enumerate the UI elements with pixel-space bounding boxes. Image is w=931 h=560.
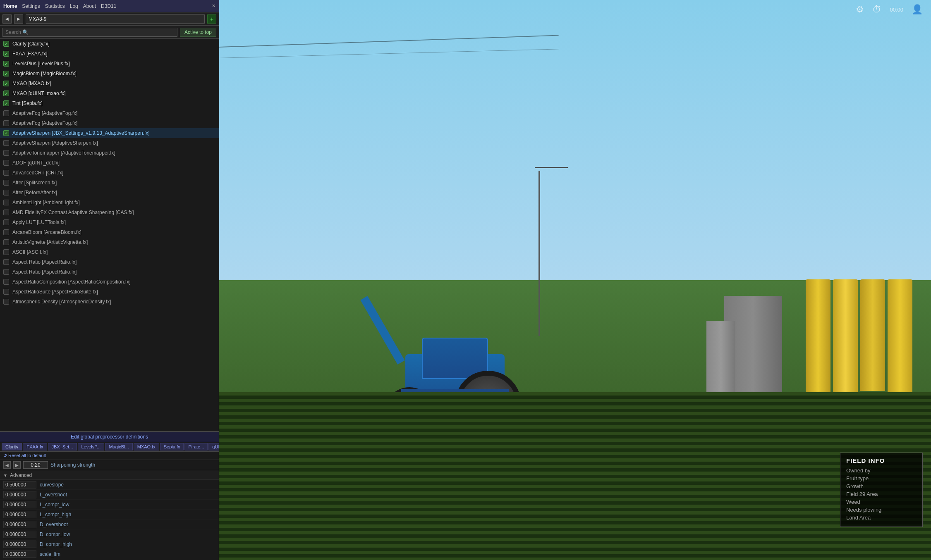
effect-checkbox-6[interactable]: ✓ (3, 100, 9, 106)
close-button[interactable]: ✕ (212, 3, 215, 9)
effect-checkbox-7[interactable] (3, 110, 9, 116)
tab-pirate---[interactable]: Pirate... (184, 443, 208, 450)
param-value-4[interactable]: 0.000000 (3, 521, 36, 528)
effect-item-11[interactable]: AdaptiveTonemapper [AdaptiveTonemapper.f… (0, 148, 219, 158)
effect-checkbox-19[interactable] (3, 229, 9, 235)
fruit-type-label: Fruit type (846, 475, 869, 481)
search-input[interactable] (2, 28, 177, 37)
effect-label-14: After [Splitscreen.fx] (12, 180, 57, 186)
effect-checkbox-17[interactable] (3, 210, 9, 215)
effect-checkbox-16[interactable] (3, 200, 9, 205)
reset-all-button[interactable]: ↺ Reset all to default (3, 453, 46, 458)
field-info-growth: Growth (846, 483, 917, 489)
effect-checkbox-12[interactable] (3, 160, 9, 166)
effect-item-22[interactable]: Aspect Ratio [AspectRatio.fx] (0, 257, 219, 267)
effect-checkbox-11[interactable] (3, 150, 9, 156)
effect-item-16[interactable]: AmbientLight [AmbientLight.fx] (0, 198, 219, 207)
effect-item-15[interactable]: After [BeforeAfter.fx] (0, 188, 219, 198)
effect-item-17[interactable]: AMD FidelityFX Contrast Adaptive Sharpen… (0, 207, 219, 217)
gear-icon[interactable]: ⚙ (856, 4, 864, 15)
effect-checkbox-8[interactable] (3, 120, 9, 126)
effect-item-23[interactable]: Aspect Ratio [AspectRatio.fx] (0, 267, 219, 277)
effect-label-0: Clarity [Clarity.fx] (12, 41, 50, 47)
param-value-6[interactable]: 0.000000 (3, 541, 36, 548)
effect-checkbox-4[interactable]: ✓ (3, 81, 9, 86)
effect-checkbox-21[interactable] (3, 249, 9, 255)
effect-checkbox-10[interactable] (3, 140, 9, 146)
effect-item-5[interactable]: ✓MXAO [qUINT_mxao.fx] (0, 88, 219, 98)
effect-item-10[interactable]: AdaptiveSharpen [AdaptiveSharpen.fx] (0, 138, 219, 148)
effect-checkbox-2[interactable]: ✓ (3, 61, 9, 67)
effect-item-3[interactable]: ✓MagicBloom [MagicBloom.fx] (0, 69, 219, 79)
effect-checkbox-25[interactable] (3, 289, 9, 295)
effect-item-8[interactable]: AdaptiveFog [AdaptiveFog.fx] (0, 118, 219, 128)
effect-checkbox-20[interactable] (3, 239, 9, 245)
value-increase-button[interactable]: ▶ (13, 461, 21, 469)
field-info-panel: FIELD INFO Owned by Fruit type Growth Fi… (840, 453, 923, 527)
tab-jbx-set---[interactable]: JBX_Set... (48, 443, 77, 450)
param-value-3[interactable]: 0.000000 (3, 511, 36, 518)
effect-checkbox-5[interactable]: ✓ (3, 91, 9, 96)
effect-item-14[interactable]: After [Splitscreen.fx] (0, 178, 219, 188)
effect-item-26[interactable]: Atmospheric Density [AtmosphericDensity.… (0, 297, 219, 307)
effect-checkbox-3[interactable]: ✓ (3, 71, 9, 76)
tab-fxaa-fx[interactable]: FXAA.fx (23, 443, 47, 450)
effect-checkbox-23[interactable] (3, 269, 9, 275)
tab-magicbl---[interactable]: MagicBl... (105, 443, 132, 450)
tab-quint---[interactable]: qUINT... (208, 443, 219, 450)
param-name-2: L_compr_low (40, 502, 69, 508)
menu-about[interactable]: About (83, 3, 96, 9)
param-value-0[interactable]: 0.500000 (3, 481, 36, 489)
preset-name-input[interactable] (26, 14, 205, 24)
tab-clarity[interactable]: Clarity (2, 443, 22, 450)
effect-item-2[interactable]: ✓LevelsPlus [LevelsPlus.fx] (0, 59, 219, 69)
add-preset-button[interactable]: + (207, 14, 216, 24)
menu-home[interactable]: Home (3, 3, 17, 9)
menu-d3d11[interactable]: D3D11 (101, 3, 116, 9)
prev-preset-button[interactable]: ◀ (2, 14, 12, 24)
advanced-header[interactable]: ▼ Advanced (0, 471, 219, 480)
effect-checkbox-18[interactable] (3, 219, 9, 225)
field-info-fruit-type: Fruit type (846, 475, 917, 481)
effect-item-25[interactable]: AspectRatioSuite [AspectRatioSuite.fx] (0, 287, 219, 297)
profile-icon[interactable]: 👤 (912, 4, 923, 15)
effect-item-7[interactable]: AdaptiveFog [AdaptiveFog.fx] (0, 108, 219, 118)
tab-mxao-fx[interactable]: MXAO.fx (134, 443, 159, 450)
effect-checkbox-1[interactable]: ✓ (3, 51, 9, 57)
tab-sepia-fx[interactable]: Sepia.fx (160, 443, 184, 450)
effect-item-24[interactable]: AspectRatioComposition [AspectRatioCompo… (0, 277, 219, 287)
value-decrease-button[interactable]: ◀ (3, 461, 11, 469)
effect-item-12[interactable]: ADOF [qUINT_dof.fx] (0, 158, 219, 168)
effect-checkbox-13[interactable] (3, 170, 9, 176)
param-value-1[interactable]: 0.000000 (3, 491, 36, 498)
effect-checkbox-24[interactable] (3, 279, 9, 285)
effect-item-6[interactable]: ✓Tint [Sepia.fx] (0, 98, 219, 108)
effect-item-19[interactable]: ArcaneBloom [ArcaneBloom.fx] (0, 227, 219, 237)
effect-item-18[interactable]: Apply LUT [LUTTools.fx] (0, 217, 219, 227)
menu-statistics[interactable]: Statistics (45, 3, 65, 9)
effect-item-20[interactable]: ArtisticVignette [ArtisticVignette.fx] (0, 237, 219, 247)
effect-item-4[interactable]: ✓MXAO [MXAO.fx] (0, 79, 219, 88)
effect-label-19: ArcaneBloom [ArcaneBloom.fx] (12, 229, 81, 235)
effect-checkbox-14[interactable] (3, 180, 9, 186)
effect-checkbox-26[interactable] (3, 299, 9, 305)
tab-levelsp---[interactable]: LevelsP... (78, 443, 105, 450)
param-value-2[interactable]: 0.000000 (3, 501, 36, 508)
active-to-top-button[interactable]: Active to top (180, 28, 216, 37)
param-value-5[interactable]: 0.000000 (3, 531, 36, 538)
effect-checkbox-22[interactable] (3, 259, 9, 265)
effect-item-0[interactable]: ✓Clarity [Clarity.fx] (0, 39, 219, 49)
effect-checkbox-9[interactable]: ✓ (3, 130, 9, 136)
effect-checkbox-0[interactable]: ✓ (3, 41, 9, 47)
next-preset-button[interactable]: ▶ (14, 14, 23, 24)
effect-checkbox-15[interactable] (3, 190, 9, 195)
effect-item-9[interactable]: ✓AdaptiveSharpen [JBX_Settings_v1.9.13_A… (0, 128, 219, 138)
effect-item-13[interactable]: AdvancedCRT [CRT.fx] (0, 168, 219, 178)
param-row-0: 0.500000curveslope (0, 480, 219, 490)
effect-item-1[interactable]: ✓FXAA [FXAA.fx] (0, 49, 219, 59)
menu-settings[interactable]: Settings (22, 3, 40, 9)
menu-log[interactable]: Log (70, 3, 78, 9)
effect-item-21[interactable]: ASCII [ASCII.fx] (0, 247, 219, 257)
global-preprocessor-button[interactable]: Edit global preprocessor definitions (0, 432, 219, 442)
param-value-7[interactable]: 0.030000 (3, 550, 36, 558)
